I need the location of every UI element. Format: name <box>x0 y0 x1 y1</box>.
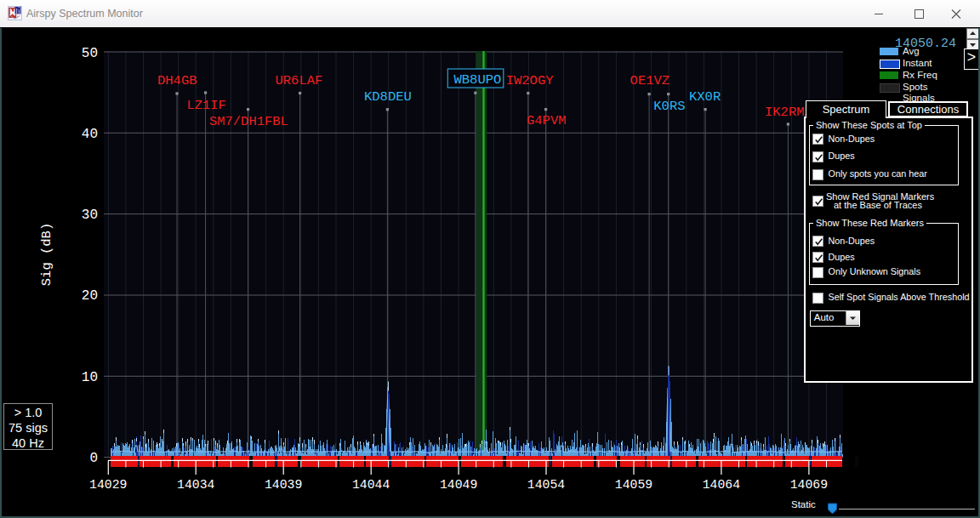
svg-text:K0RS: K0RS <box>653 99 685 114</box>
svg-text:G4PVM: G4PVM <box>527 113 567 128</box>
svg-text:50: 50 <box>82 46 98 61</box>
svg-text:SM7/DH1FBL: SM7/DH1FBL <box>209 114 288 129</box>
svg-text:40: 40 <box>82 127 98 142</box>
svg-text:10: 10 <box>82 370 98 385</box>
svg-text:Sig (dB): Sig (dB) <box>39 223 54 286</box>
svg-text:14069: 14069 <box>790 478 828 492</box>
svg-text:14029: 14029 <box>89 478 127 492</box>
svg-text:14064: 14064 <box>703 478 741 492</box>
svg-text:WB8UPO: WB8UPO <box>454 72 502 88</box>
svg-text:14049: 14049 <box>440 478 477 492</box>
svg-text:DH4GB: DH4GB <box>157 73 197 88</box>
svg-text:KX0R: KX0R <box>689 89 721 105</box>
svg-text:0: 0 <box>89 451 98 466</box>
svg-text:14039: 14039 <box>265 478 302 492</box>
svg-text:14034: 14034 <box>177 478 215 492</box>
svg-text:14044: 14044 <box>352 478 390 492</box>
svg-text:14054: 14054 <box>527 478 566 492</box>
svg-text:14059: 14059 <box>615 478 652 492</box>
svg-text:30: 30 <box>82 208 98 223</box>
svg-text:UR6LAF: UR6LAF <box>276 73 323 88</box>
svg-text:LZ1IF: LZ1IF <box>186 98 226 113</box>
svg-text:OE1VZ: OE1VZ <box>630 73 670 88</box>
svg-text:20: 20 <box>82 288 98 304</box>
svg-text:KD8DEU: KD8DEU <box>364 89 412 105</box>
svg-text:IW2OGY: IW2OGY <box>506 73 555 88</box>
